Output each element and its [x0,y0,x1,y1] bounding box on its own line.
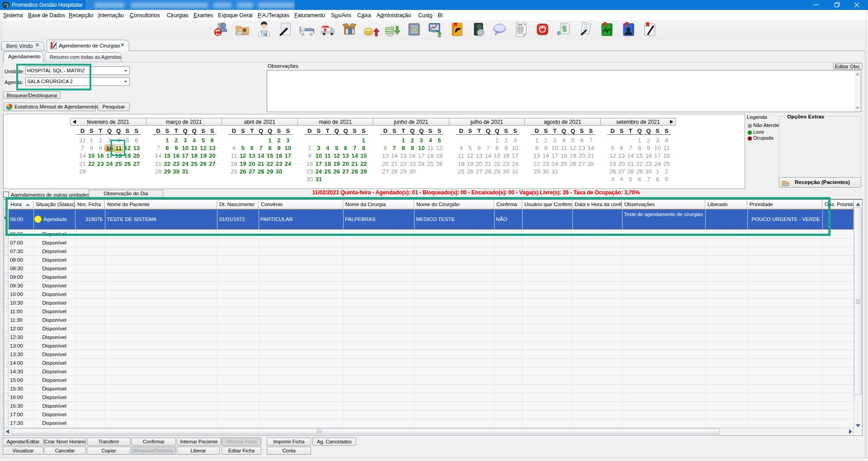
svg-text:$: $ [438,32,441,38]
svg-text:$: $ [562,25,566,33]
svg-text:e: e [557,28,561,37]
